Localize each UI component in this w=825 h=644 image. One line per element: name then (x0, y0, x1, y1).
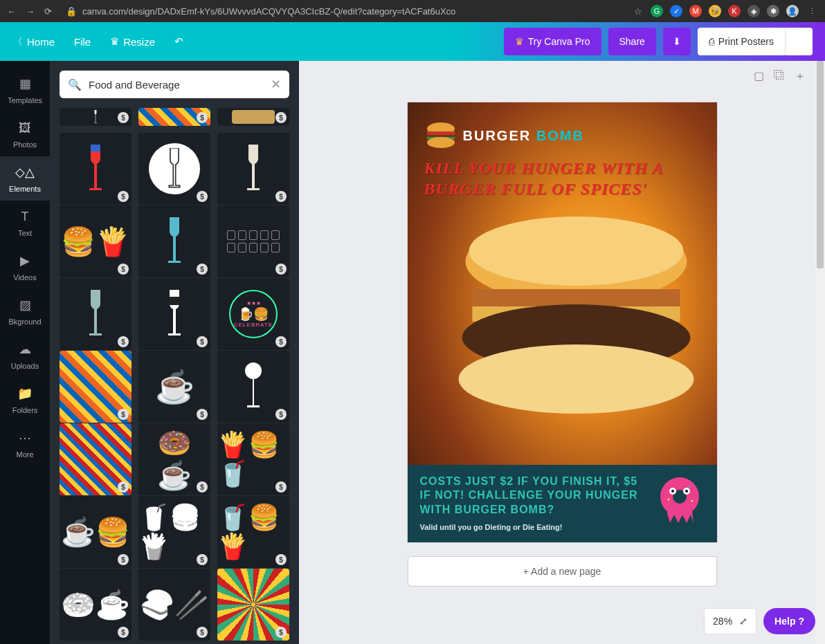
premium-badge: $ (197, 264, 208, 275)
element-tile[interactable]: 🥤🍔🍟$ (217, 496, 289, 568)
element-tile[interactable]: $ (217, 569, 289, 641)
ext-check-icon[interactable]: ✓ (670, 5, 682, 17)
avatar[interactable]: 👤 (786, 5, 799, 17)
elements-icon: ◇△ (17, 164, 33, 181)
element-tile[interactable]: ☕$ (138, 351, 210, 423)
ext-k-icon[interactable]: K (728, 5, 741, 17)
premium-badge: $ (197, 554, 208, 565)
undo-button[interactable]: ↶ (174, 35, 183, 48)
element-tile[interactable]: $ (60, 133, 132, 205)
crown-icon: ♛ (515, 36, 524, 47)
rail-elements[interactable]: ◇△Elements (0, 156, 50, 201)
element-tile[interactable]: 🍔🍟$ (60, 205, 132, 277)
page-controls: ▢ ⿻ ＋ (754, 69, 806, 84)
url-bar[interactable]: 🔒 canva.com/design/DADxEmf-kYs/6UWvvvdAC… (60, 6, 626, 17)
back-icon[interactable]: ← (7, 6, 16, 17)
ext-grammarly-icon[interactable]: G (651, 5, 663, 17)
element-tile[interactable]: $ (138, 205, 210, 277)
home-button[interactable]: 〈 Home (12, 35, 55, 48)
scrollbar[interactable] (815, 61, 825, 644)
notes-icon[interactable]: ▢ (754, 69, 764, 84)
element-tile[interactable]: $ (60, 278, 132, 350)
premium-badge: $ (118, 191, 129, 202)
try-pro-button[interactable]: ♛ Try Canva Pro (504, 28, 601, 55)
fullscreen-icon[interactable]: ⤢ (739, 616, 747, 627)
rail-templates[interactable]: ▦Templates (0, 68, 50, 112)
svg-rect-7 (427, 131, 455, 135)
element-tile[interactable]: $ (217, 205, 289, 277)
canvas-area[interactable]: ▢ ⿻ ＋ BURGER BOMB (299, 61, 825, 644)
add-page-button[interactable]: + Add a new page (408, 556, 717, 587)
premium-badge: $ (118, 481, 129, 493)
element-tile[interactable]: $ (217, 351, 289, 423)
element-tile[interactable]: $ (60, 108, 132, 126)
menu-icon[interactable]: ⋮ (806, 5, 818, 17)
svg-point-24 (691, 499, 693, 502)
premium-badge: $ (197, 191, 208, 202)
search-input[interactable] (89, 79, 264, 91)
poster-tagline: KILL YOUR HUNGER WITH A BURGER FULL OF S… (408, 149, 717, 199)
rail-uploads[interactable]: ☁Uploads (0, 333, 50, 378)
premium-badge: $ (197, 409, 208, 420)
star-icon[interactable]: ☆ (634, 6, 642, 17)
premium-badge: $ (275, 554, 287, 565)
ext-shield-icon[interactable]: ◈ (747, 5, 760, 17)
premium-badge: $ (197, 627, 208, 638)
element-tile[interactable]: 🥤🍔🍟$ (138, 496, 210, 568)
element-tile[interactable]: 🍣🥢$ (138, 569, 210, 641)
element-tile[interactable]: 🍩☕$ (60, 569, 132, 641)
element-tile[interactable]: ★★★🍺🍔CELEBRATE$ (217, 278, 289, 350)
download-icon: ⬇ (673, 36, 681, 47)
premium-badge: $ (118, 112, 129, 123)
rail-photos[interactable]: 🖼Photos (0, 112, 50, 156)
rail-bkground[interactable]: ▨Bkground (0, 289, 50, 333)
rail-folders[interactable]: 📁Folders (0, 378, 50, 422)
premium-badge: $ (275, 627, 287, 638)
app-toolbar: 〈 Home File ♛ Resize ↶ ♛ Try Canva Pro S… (0, 22, 825, 61)
svg-rect-1 (170, 297, 179, 305)
ext-bee-icon[interactable]: 🐝 (709, 5, 721, 17)
ext-mail-icon[interactable]: M (689, 5, 702, 17)
file-menu[interactable]: File (74, 36, 91, 48)
svg-point-9 (427, 137, 455, 148)
element-tile[interactable]: $ (217, 108, 289, 126)
download-button[interactable]: ⬇ (663, 28, 691, 55)
print-button[interactable]: ⎙ Print Posters (698, 28, 785, 55)
ext-star-icon[interactable]: ✱ (767, 5, 779, 17)
element-tile[interactable]: 🍟🍔🥤$ (217, 423, 289, 495)
folders-icon: 📁 (17, 385, 33, 402)
svg-rect-4 (247, 405, 260, 407)
element-tile[interactable]: $ (138, 108, 210, 126)
uploads-icon: ☁ (17, 341, 33, 358)
clear-icon[interactable]: ✕ (271, 77, 281, 92)
print-icon: ⎙ (709, 36, 714, 47)
add-page-icon[interactable]: ＋ (795, 69, 806, 84)
reload-icon[interactable]: ⟳ (44, 6, 52, 17)
search-icon: 🔍 (68, 78, 82, 91)
print-dropdown[interactable]: ⌄ (785, 28, 813, 55)
share-button[interactable]: Share (608, 28, 656, 55)
rail-more[interactable]: ⋯More (0, 422, 50, 466)
resize-menu[interactable]: ♛ Resize (110, 35, 155, 48)
duplicate-icon[interactable]: ⿻ (774, 69, 785, 84)
element-tile[interactable]: $ (138, 133, 210, 205)
left-rail: ▦Templates 🖼Photos ◇△Elements TText ▶Vid… (0, 61, 50, 644)
svg-point-15 (458, 344, 693, 414)
svg-point-2 (245, 362, 262, 379)
element-tile[interactable]: ☕🍔$ (60, 496, 132, 568)
rail-videos[interactable]: ▶Videos (0, 245, 50, 289)
scrollbar-thumb[interactable] (817, 61, 824, 268)
help-button[interactable]: Help ? (763, 608, 815, 634)
zoom-box[interactable]: 28% ⤢ (704, 608, 756, 634)
help-icon: ? (798, 616, 804, 627)
poster-page[interactable]: BURGER BOMB KILL YOUR HUNGER WITH A BURG… (408, 102, 717, 542)
element-tile[interactable]: $ (217, 133, 289, 205)
svg-point-11 (469, 217, 683, 286)
element-tile[interactable]: 🍩☕$ (138, 423, 210, 495)
search-box[interactable]: 🔍 ✕ (60, 71, 289, 98)
forward-icon[interactable]: → (26, 6, 35, 17)
element-tile[interactable]: $ (138, 278, 210, 350)
element-tile[interactable]: $ (60, 423, 132, 495)
element-tile[interactable]: $ (60, 351, 132, 423)
rail-text[interactable]: TText (0, 201, 50, 245)
